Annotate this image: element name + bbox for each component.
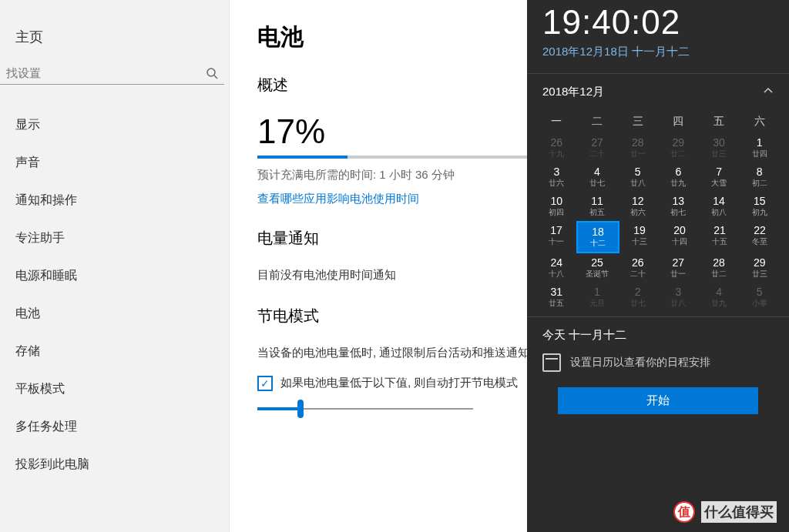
calendar-day[interactable]: 3廿六 [536,162,577,192]
day-of-week-header: 三 [617,112,658,133]
start-button[interactable]: 开始 [558,387,758,414]
calendar-day[interactable]: 1元旦 [577,283,618,312]
calendar-day[interactable]: 26二十 [617,253,658,283]
calendar-day[interactable]: 17十一 [536,221,576,253]
calendar-day[interactable]: 18十二 [576,221,619,253]
watermark-text: 什么值得买 [701,501,777,523]
agenda-prompt: 设置日历以查看你的日程安排 [570,356,710,370]
calendar-day[interactable]: 15初九 [739,192,780,221]
calendar-day[interactable]: 10初四 [536,192,577,221]
search-box[interactable] [0,62,224,85]
calendar-day[interactable]: 26十九 [536,133,577,162]
calendar-day[interactable]: 24十八 [536,253,577,283]
calendar-day[interactable]: 27廿一 [658,253,699,283]
calendar-day[interactable]: 22冬至 [740,221,780,253]
sidebar-item[interactable]: 电源和睡眠 [0,257,229,295]
watermark: 值 什么值得买 [673,501,777,523]
calendar-day[interactable]: 12初六 [617,192,658,221]
calendar-day[interactable]: 19十三 [619,221,660,253]
search-input[interactable] [6,66,206,79]
calendar-day[interactable]: 13初七 [658,192,699,221]
calendar-day[interactable]: 11初五 [577,192,618,221]
calendar-day[interactable]: 29廿二 [658,133,699,162]
calendar-day[interactable]: 8初二 [739,162,780,192]
calendar-grid: 一二三四五六 26十九27二十28廿一29廿二30廿三1廿四3廿六4廿七5廿八6… [527,107,789,316]
threshold-slider[interactable] [257,408,473,410]
calendar-day[interactable]: 31廿五 [536,283,577,312]
calendar-day[interactable]: 25圣诞节 [577,253,618,283]
calendar-day[interactable]: 21十五 [700,221,740,253]
sidebar-item[interactable]: 平板模式 [0,370,229,408]
calendar-day[interactable]: 3廿八 [658,283,699,312]
watermark-badge: 值 [673,501,695,523]
calendar-day[interactable]: 30廿三 [699,133,740,162]
calendar-day[interactable]: 5廿八 [617,162,658,192]
calendar-day[interactable]: 5小寒 [739,283,780,312]
agenda-title: 今天 十一月十二 [542,328,774,343]
calendar-day[interactable]: 4廿九 [699,283,740,312]
calendar-day[interactable]: 20十四 [660,221,700,253]
sidebar-item[interactable]: 显示 [0,106,229,144]
saver-checkbox[interactable]: ✓ [257,376,273,391]
calendar-day[interactable]: 7大雪 [699,162,740,192]
calendar-month-label[interactable]: 2018年12月 [542,85,604,99]
calendar-day[interactable]: 28廿二 [699,253,740,283]
clock-date[interactable]: 2018年12月18日 十一月十二 [527,42,789,73]
day-of-week-header: 二 [577,112,618,133]
day-of-week-header: 六 [739,112,780,133]
chevron-up-icon[interactable] [763,85,774,99]
sidebar-item[interactable]: 投影到此电脑 [0,446,229,483]
day-of-week-header: 五 [699,112,740,133]
agenda-panel: 今天 十一月十二 设置日历以查看你的日程安排 开始 [527,316,789,532]
day-of-week-header: 一 [536,112,577,133]
calendar-day[interactable]: 1廿四 [739,133,780,162]
sidebar-item[interactable]: 存储 [0,333,229,370]
search-icon [206,67,218,79]
svg-line-1 [214,75,217,79]
sidebar-item[interactable]: 通知和操作 [0,182,229,219]
sidebar-item[interactable]: 电池 [0,295,229,333]
calendar-icon [542,353,561,372]
calendar-day[interactable]: 28廿一 [617,133,658,162]
sidebar-item[interactable]: 声音 [0,144,229,182]
day-of-week-header: 四 [658,112,699,133]
saver-checkbox-label: 如果电池电量低于以下值, 则自动打开节电模式 [280,376,518,390]
clock-time: 19:40:02 [527,0,789,42]
home-link[interactable]: 主页 [0,22,229,62]
calendar-day[interactable]: 4廿七 [577,162,618,192]
sidebar-item[interactable]: 专注助手 [0,219,229,257]
calendar-day[interactable]: 14初八 [699,192,740,221]
calendar-day[interactable]: 2廿七 [617,283,658,312]
calendar-flyout: 19:40:02 2018年12月18日 十一月十二 2018年12月 一二三四… [527,0,789,532]
settings-sidebar: 主页 显示声音通知和操作专注助手电源和睡眠电池存储平板模式多任务处理投影到此电脑 [0,0,230,532]
calendar-day[interactable]: 6廿九 [658,162,699,192]
calendar-day[interactable]: 29廿三 [739,253,780,283]
calendar-day[interactable]: 27二十 [577,133,618,162]
sidebar-item[interactable]: 多任务处理 [0,408,229,446]
svg-point-0 [207,69,215,76]
